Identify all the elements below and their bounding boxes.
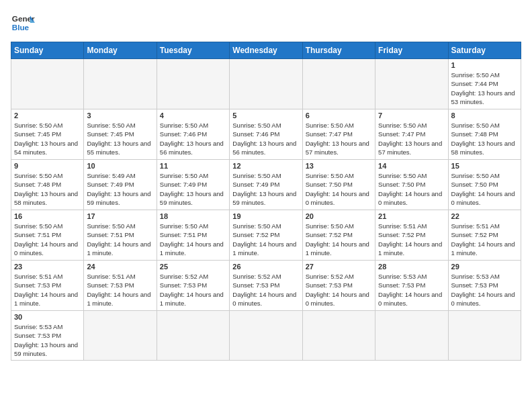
day-info: Sunrise: 5:53 AM Sunset: 7:53 PM Dayligh… xyxy=(14,322,81,358)
calendar-cell: 26Sunrise: 5:52 AM Sunset: 7:53 PM Dayli… xyxy=(230,261,302,311)
calendar-cell: 14Sunrise: 5:50 AM Sunset: 7:50 PM Dayli… xyxy=(375,160,448,210)
day-header-monday: Monday xyxy=(84,42,157,59)
calendar-cell: 12Sunrise: 5:50 AM Sunset: 7:49 PM Dayli… xyxy=(230,160,302,210)
calendar-cell: 10Sunrise: 5:49 AM Sunset: 7:49 PM Dayli… xyxy=(84,160,157,210)
day-info: Sunrise: 5:52 AM Sunset: 7:53 PM Dayligh… xyxy=(160,272,226,308)
calendar-cell: 5Sunrise: 5:50 AM Sunset: 7:46 PM Daylig… xyxy=(230,109,302,160)
calendar-cell xyxy=(375,311,448,361)
day-info: Sunrise: 5:50 AM Sunset: 7:46 PM Dayligh… xyxy=(160,121,226,156)
day-info: Sunrise: 5:50 AM Sunset: 7:48 PM Dayligh… xyxy=(14,171,81,207)
day-number: 4 xyxy=(160,111,226,120)
day-info: Sunrise: 5:50 AM Sunset: 7:46 PM Dayligh… xyxy=(232,121,299,156)
day-number: 17 xyxy=(87,212,153,220)
day-number: 28 xyxy=(378,263,445,271)
calendar-cell: 3Sunrise: 5:50 AM Sunset: 7:45 PM Daylig… xyxy=(84,109,157,160)
day-number: 8 xyxy=(451,111,518,120)
page-header: General Blue xyxy=(11,11,521,35)
calendar-week-2: 2Sunrise: 5:50 AM Sunset: 7:45 PM Daylig… xyxy=(11,109,521,160)
calendar-cell xyxy=(230,59,302,109)
day-header-sunday: Sunday xyxy=(11,42,84,59)
calendar-cell: 18Sunrise: 5:50 AM Sunset: 7:51 PM Dayli… xyxy=(157,210,229,261)
calendar-cell: 23Sunrise: 5:51 AM Sunset: 7:53 PM Dayli… xyxy=(11,261,84,311)
calendar-cell xyxy=(11,59,84,109)
day-number: 14 xyxy=(378,162,445,170)
day-number: 18 xyxy=(160,212,226,220)
day-header-thursday: Thursday xyxy=(302,42,375,59)
calendar-week-5: 23Sunrise: 5:51 AM Sunset: 7:53 PM Dayli… xyxy=(11,261,521,311)
day-number: 1 xyxy=(451,61,518,69)
day-number: 24 xyxy=(87,263,153,271)
day-info: Sunrise: 5:50 AM Sunset: 7:48 PM Dayligh… xyxy=(451,121,518,156)
day-info: Sunrise: 5:51 AM Sunset: 7:53 PM Dayligh… xyxy=(87,272,153,308)
day-info: Sunrise: 5:50 AM Sunset: 7:52 PM Dayligh… xyxy=(232,222,299,257)
day-info: Sunrise: 5:51 AM Sunset: 7:53 PM Dayligh… xyxy=(14,272,81,308)
day-info: Sunrise: 5:50 AM Sunset: 7:52 PM Dayligh… xyxy=(306,222,372,257)
day-info: Sunrise: 5:50 AM Sunset: 7:45 PM Dayligh… xyxy=(87,121,153,156)
svg-text:Blue: Blue xyxy=(12,23,30,32)
calendar-cell xyxy=(157,59,229,109)
day-number: 2 xyxy=(14,111,81,120)
calendar-cell: 19Sunrise: 5:50 AM Sunset: 7:52 PM Dayli… xyxy=(230,210,302,261)
calendar-cell xyxy=(157,311,229,361)
calendar-cell xyxy=(84,59,157,109)
calendar-cell: 2Sunrise: 5:50 AM Sunset: 7:45 PM Daylig… xyxy=(11,109,84,160)
day-info: Sunrise: 5:50 AM Sunset: 7:44 PM Dayligh… xyxy=(451,71,518,106)
logo: General Blue xyxy=(11,11,38,35)
calendar-cell xyxy=(302,59,375,109)
day-info: Sunrise: 5:50 AM Sunset: 7:49 PM Dayligh… xyxy=(232,171,299,207)
calendar-week-6: 30Sunrise: 5:53 AM Sunset: 7:53 PM Dayli… xyxy=(11,311,521,361)
day-number: 19 xyxy=(232,212,299,220)
day-number: 6 xyxy=(306,111,372,120)
calendar-cell xyxy=(230,311,302,361)
calendar-cell: 28Sunrise: 5:53 AM Sunset: 7:53 PM Dayli… xyxy=(375,261,448,311)
day-info: Sunrise: 5:50 AM Sunset: 7:47 PM Dayligh… xyxy=(378,121,445,156)
calendar-cell: 20Sunrise: 5:50 AM Sunset: 7:52 PM Dayli… xyxy=(302,210,375,261)
day-info: Sunrise: 5:50 AM Sunset: 7:50 PM Dayligh… xyxy=(378,171,445,207)
day-info: Sunrise: 5:52 AM Sunset: 7:53 PM Dayligh… xyxy=(232,272,299,308)
calendar-cell xyxy=(448,311,521,361)
calendar-cell: 6Sunrise: 5:50 AM Sunset: 7:47 PM Daylig… xyxy=(302,109,375,160)
day-info: Sunrise: 5:50 AM Sunset: 7:50 PM Dayligh… xyxy=(306,171,372,207)
calendar-cell: 21Sunrise: 5:51 AM Sunset: 7:52 PM Dayli… xyxy=(375,210,448,261)
day-info: Sunrise: 5:50 AM Sunset: 7:50 PM Dayligh… xyxy=(451,171,518,207)
day-info: Sunrise: 5:50 AM Sunset: 7:51 PM Dayligh… xyxy=(14,222,81,257)
day-header-tuesday: Tuesday xyxy=(157,42,229,59)
day-info: Sunrise: 5:49 AM Sunset: 7:49 PM Dayligh… xyxy=(87,171,153,207)
day-number: 15 xyxy=(451,162,518,170)
calendar-week-4: 16Sunrise: 5:50 AM Sunset: 7:51 PM Dayli… xyxy=(11,210,521,261)
day-number: 3 xyxy=(87,111,153,120)
day-number: 20 xyxy=(306,212,372,220)
day-number: 12 xyxy=(232,162,299,170)
calendar-cell: 22Sunrise: 5:51 AM Sunset: 7:52 PM Dayli… xyxy=(448,210,521,261)
calendar-cell: 29Sunrise: 5:53 AM Sunset: 7:53 PM Dayli… xyxy=(448,261,521,311)
calendar-cell xyxy=(302,311,375,361)
day-info: Sunrise: 5:50 AM Sunset: 7:51 PM Dayligh… xyxy=(87,222,153,257)
calendar-cell: 27Sunrise: 5:52 AM Sunset: 7:53 PM Dayli… xyxy=(302,261,375,311)
calendar-cell xyxy=(375,59,448,109)
day-number: 21 xyxy=(378,212,445,220)
day-number: 23 xyxy=(14,263,81,271)
calendar-cell: 15Sunrise: 5:50 AM Sunset: 7:50 PM Dayli… xyxy=(448,160,521,210)
day-info: Sunrise: 5:50 AM Sunset: 7:49 PM Dayligh… xyxy=(160,171,226,207)
day-info: Sunrise: 5:51 AM Sunset: 7:52 PM Dayligh… xyxy=(451,222,518,257)
calendar-cell: 30Sunrise: 5:53 AM Sunset: 7:53 PM Dayli… xyxy=(11,311,84,361)
day-info: Sunrise: 5:51 AM Sunset: 7:52 PM Dayligh… xyxy=(378,222,445,257)
day-number: 7 xyxy=(378,111,445,120)
day-number: 5 xyxy=(232,111,299,120)
day-info: Sunrise: 5:50 AM Sunset: 7:45 PM Dayligh… xyxy=(14,121,81,156)
day-number: 26 xyxy=(232,263,299,271)
day-number: 22 xyxy=(451,212,518,220)
day-info: Sunrise: 5:53 AM Sunset: 7:53 PM Dayligh… xyxy=(451,272,518,308)
calendar-table: SundayMondayTuesdayWednesdayThursdayFrid… xyxy=(11,42,521,361)
calendar-cell: 24Sunrise: 5:51 AM Sunset: 7:53 PM Dayli… xyxy=(84,261,157,311)
day-header-friday: Friday xyxy=(375,42,448,59)
calendar-cell: 1Sunrise: 5:50 AM Sunset: 7:44 PM Daylig… xyxy=(448,59,521,109)
day-number: 9 xyxy=(14,162,81,170)
day-info: Sunrise: 5:53 AM Sunset: 7:53 PM Dayligh… xyxy=(378,272,445,308)
day-header-saturday: Saturday xyxy=(448,42,521,59)
calendar-cell xyxy=(84,311,157,361)
calendar-cell: 16Sunrise: 5:50 AM Sunset: 7:51 PM Dayli… xyxy=(11,210,84,261)
calendar-header-row: SundayMondayTuesdayWednesdayThursdayFrid… xyxy=(11,42,521,59)
calendar-cell: 8Sunrise: 5:50 AM Sunset: 7:48 PM Daylig… xyxy=(448,109,521,160)
calendar-cell: 25Sunrise: 5:52 AM Sunset: 7:53 PM Dayli… xyxy=(157,261,229,311)
